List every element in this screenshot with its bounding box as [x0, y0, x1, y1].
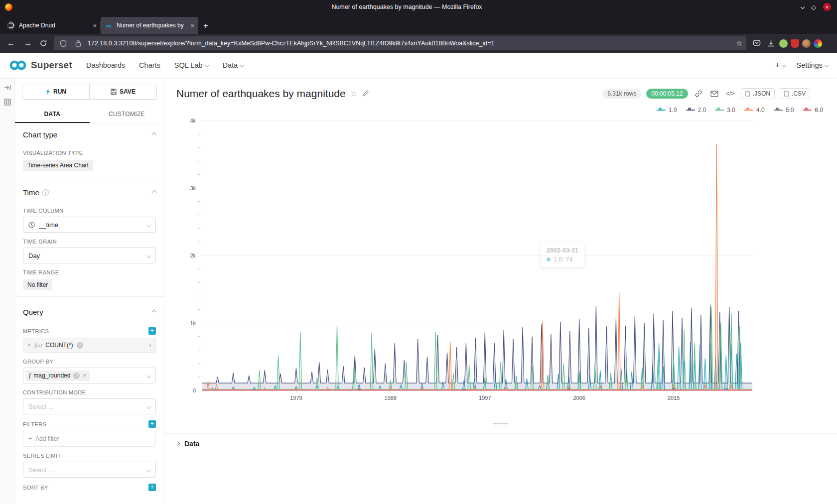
dataset-grid-icon[interactable]: [4, 99, 11, 108]
resize-handle[interactable]: [493, 423, 508, 426]
chart-menu-icon[interactable]: [815, 91, 826, 97]
window-menu-chevron-icon[interactable]: [801, 5, 804, 8]
tab-close-icon[interactable]: ×: [93, 22, 97, 29]
add-sort-button[interactable]: +: [148, 484, 156, 491]
timeseries-area-chart[interactable]: 01k2k3k4k19791988199720062015: [169, 115, 832, 408]
data-results-section[interactable]: Data: [164, 433, 837, 454]
metrics-label: METRICS +: [23, 327, 156, 335]
new-item-menu[interactable]: +: [775, 60, 786, 70]
time-column-select[interactable]: __time: [23, 217, 156, 233]
nav-item-dashboards[interactable]: Dashboards: [86, 61, 125, 69]
series-limit-select[interactable]: Select ...: [23, 462, 156, 478]
filters-label: FILTERS +: [23, 420, 156, 428]
legend-item-2.0[interactable]: 2.0: [686, 107, 706, 114]
export-json-button[interactable]: .JSON: [741, 88, 775, 99]
legend-item-3.0[interactable]: 3.0: [715, 107, 735, 114]
tab-close-icon[interactable]: ×: [190, 22, 194, 29]
legend-item-6.0[interactable]: 6.0: [803, 107, 823, 114]
remove-metric-icon[interactable]: ×: [27, 342, 31, 349]
export-csv-button[interactable]: .CSV: [780, 88, 810, 99]
chart-legend: 1.02.03.04.05.06.0: [164, 100, 837, 114]
extension-icon-4[interactable]: [814, 39, 822, 48]
url-text[interactable]: 172.18.0.3:32108/superset/explore/?form_…: [88, 40, 732, 47]
time-column-label: TIME COLUMN: [23, 208, 156, 214]
expand-panel-icon[interactable]: [4, 84, 11, 93]
window-close-icon[interactable]: ×: [823, 3, 831, 11]
panel-tab-customize[interactable]: CUSTOMIZE: [90, 106, 164, 123]
section-query[interactable]: Query: [15, 301, 164, 321]
legend-marker-icon: [686, 108, 695, 113]
embed-code-icon[interactable]: </>: [725, 90, 736, 97]
forward-button[interactable]: →: [21, 39, 35, 48]
superset-logo[interactable]: Superset: [9, 60, 72, 71]
time-range-chip[interactable]: No filter: [23, 279, 52, 290]
remove-tag-icon[interactable]: ×: [83, 372, 86, 379]
legend-label: 4.0: [756, 107, 765, 114]
add-filter-box[interactable]: + Add filter: [23, 431, 156, 447]
tab-superset-explore[interactable]: ∞ Numer of earthquakes by ×: [101, 17, 198, 34]
extension-icon-3[interactable]: [802, 39, 811, 48]
bookmark-star-icon[interactable]: ☆: [736, 39, 742, 47]
extension-icon-1[interactable]: [779, 39, 788, 48]
svg-text:2015: 2015: [668, 395, 680, 401]
legend-label: 6.0: [815, 107, 823, 114]
add-filter-button[interactable]: +: [148, 420, 156, 428]
fx-icon: f(x): [34, 342, 42, 348]
add-metric-button[interactable]: +: [148, 327, 156, 335]
url-bar[interactable]: 172.18.0.3:32108/superset/explore/?form_…: [54, 36, 746, 50]
legend-item-5.0[interactable]: 5.0: [774, 107, 794, 114]
legend-item-4.0[interactable]: 4.0: [744, 107, 765, 114]
tracking-shield-icon[interactable]: [58, 38, 69, 49]
save-button[interactable]: SAVE: [89, 84, 156, 99]
legend-label: 5.0: [786, 107, 794, 114]
legend-label: 3.0: [727, 107, 735, 114]
panel-tab-data[interactable]: DATA: [15, 106, 90, 123]
email-report-icon[interactable]: [709, 91, 720, 97]
svg-text:1979: 1979: [290, 395, 302, 401]
nav-item-data[interactable]: Data: [223, 61, 244, 69]
section-time[interactable]: Timei: [15, 181, 164, 202]
chevron-down-icon: [825, 63, 829, 67]
chevron-up-icon: [152, 310, 157, 315]
edit-title-icon[interactable]: [362, 90, 369, 98]
tab-apache-druid[interactable]: Apache Druid ×: [3, 17, 101, 34]
permalink-icon[interactable]: [693, 90, 704, 98]
extension-icon-2[interactable]: [791, 39, 799, 48]
druid-favicon-icon: [7, 21, 15, 29]
new-tab-button[interactable]: +: [198, 21, 213, 34]
metric-item-count[interactable]: × f(x) COUNT(*) ? ›: [23, 338, 156, 353]
legend-marker-icon: [744, 108, 753, 113]
save-icon: [111, 89, 117, 95]
tooltip-series-dot: [547, 257, 551, 261]
section-chart-type[interactable]: Chart type: [15, 124, 164, 144]
group-by-select[interactable]: f mag_rounded ? ×: [23, 368, 156, 383]
favorite-star-icon[interactable]: ☆: [351, 89, 357, 98]
contribution-mode-select[interactable]: Select ...: [23, 398, 156, 414]
chevron-down-icon: [146, 253, 151, 258]
browser-menu-icon[interactable]: [825, 38, 833, 49]
legend-marker-icon: [774, 108, 783, 113]
viz-type-chip[interactable]: Time-series Area Chart: [23, 160, 93, 171]
chevron-down-icon: [782, 63, 786, 67]
legend-item-1.0[interactable]: 1.0: [657, 107, 677, 114]
file-icon: [745, 91, 750, 97]
window-restore-icon[interactable]: ◇: [811, 3, 816, 11]
browser-toolbar: ← → 172.18.0.3:32108/superset/explore/?f…: [0, 34, 837, 53]
run-button[interactable]: RUN: [22, 84, 89, 99]
nav-item-charts[interactable]: Charts: [139, 61, 160, 69]
info-icon: i: [42, 189, 49, 196]
group-by-tag[interactable]: f mag_rounded ? ×: [25, 371, 90, 381]
downloads-icon[interactable]: [765, 38, 776, 49]
back-button[interactable]: ←: [4, 39, 18, 48]
metric-caret-icon[interactable]: ›: [149, 341, 151, 349]
pocket-icon[interactable]: [751, 38, 762, 49]
reload-button[interactable]: [38, 38, 49, 49]
time-grain-select[interactable]: Day: [23, 248, 156, 263]
metric-info-icon: ?: [77, 342, 83, 349]
superset-favicon-icon: ∞: [105, 21, 113, 29]
firefox-icon: [5, 3, 12, 11]
settings-menu[interactable]: Settings: [797, 61, 828, 69]
nav-item-sql-lab[interactable]: SQL Lab: [174, 61, 209, 69]
chart-title: Numer of earthquakes by magnitude: [176, 88, 346, 100]
site-lock-icon[interactable]: [73, 38, 84, 49]
